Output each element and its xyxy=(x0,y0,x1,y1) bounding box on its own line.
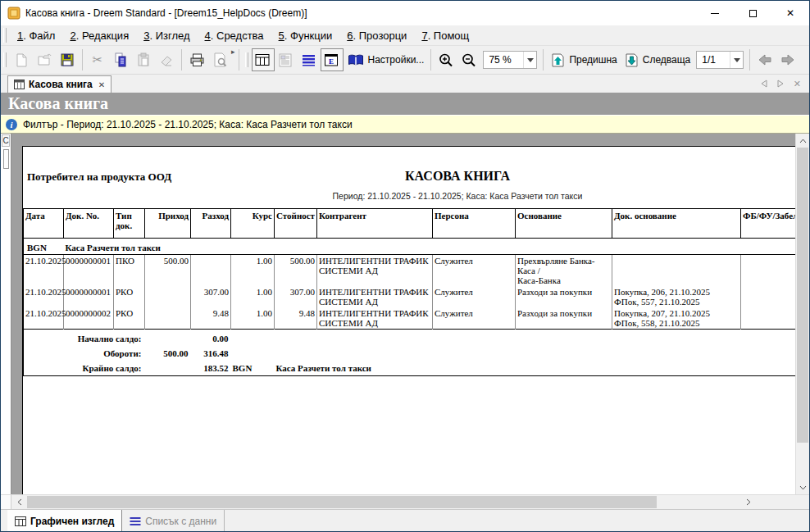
paste-button[interactable] xyxy=(132,48,155,71)
tab-nav-right-icon[interactable] xyxy=(777,80,784,88)
report-cell-line: ИНТЕЛИГЕНТНИ ТРАФИК xyxy=(319,308,430,318)
toolbar-separator xyxy=(239,49,239,70)
page-select[interactable]: 1/1 xyxy=(696,51,744,69)
report-view: C Потребител на продукта ООД КАСОВА КНИГ… xyxy=(1,134,809,494)
collapsed-panel[interactable]: C xyxy=(1,134,11,494)
menu-item-accel: 4 xyxy=(205,30,211,42)
page-viewport[interactable]: Потребител на продукта ООД КАСОВА КНИГА … xyxy=(11,134,795,494)
view-columns-button[interactable] xyxy=(252,48,275,71)
report-group-row: BGNКаса Разчети тол такси xyxy=(24,239,796,255)
toolbar-grip[interactable] xyxy=(3,52,7,67)
scroll-down-icon[interactable] xyxy=(796,480,809,494)
new-button[interactable] xyxy=(10,48,33,71)
zoom-dropdown-icon[interactable] xyxy=(523,52,536,68)
menu-item-1[interactable]: 1. Файл xyxy=(10,27,62,44)
report-summary-cell xyxy=(231,330,275,347)
zoom-in-button[interactable] xyxy=(435,48,457,71)
report-cell-value: 500.00 xyxy=(275,255,317,287)
prev-page-button[interactable]: Предишна xyxy=(547,48,620,71)
minimize-button[interactable] xyxy=(696,1,734,25)
scroll-left-icon[interactable] xyxy=(12,495,26,509)
menu-item-2[interactable]: 2. Редакция xyxy=(62,27,136,44)
toolbar-separator xyxy=(181,49,182,70)
app-window: Касова книга - Dreem Standard - [Dreem15… xyxy=(0,0,810,532)
report-cell-date: 21.10.2025 xyxy=(24,307,64,330)
report-cell-fb xyxy=(741,286,796,307)
close-button[interactable]: ✕ xyxy=(771,1,809,25)
copy-icon xyxy=(113,52,128,67)
forward-button[interactable] xyxy=(776,48,799,71)
zoom-out-button[interactable] xyxy=(457,48,480,71)
report-cell-income: 500.00 xyxy=(145,255,191,287)
cut-icon: ✂ xyxy=(93,52,103,67)
report-cell-line: Разходи за покупки xyxy=(517,308,610,318)
group-cash-name: Каса Разчети тол такси xyxy=(64,239,796,255)
maximize-button[interactable] xyxy=(734,1,771,25)
report-summary-cell: BGN xyxy=(231,361,275,376)
next-page-button[interactable]: Следваща xyxy=(621,48,694,71)
menu-item-5[interactable]: 5. Функции xyxy=(271,27,340,44)
next-page-icon xyxy=(624,52,639,68)
view-article-icon xyxy=(278,53,294,67)
report-cell-income xyxy=(145,307,191,330)
zoom-select[interactable]: 75 % xyxy=(483,51,537,69)
collapsed-panel-label: C xyxy=(2,134,10,147)
back-button[interactable] xyxy=(753,48,776,71)
scroll-right-icon[interactable] xyxy=(741,495,755,509)
report-summary-cell xyxy=(145,361,191,376)
horizontal-scroll-thumb[interactable] xyxy=(27,496,657,508)
tab-close-icon[interactable]: ✕ xyxy=(98,80,105,89)
erase-button[interactable] xyxy=(155,48,178,71)
print-button[interactable] xyxy=(185,48,208,71)
report-cell-line: СИСТЕМИ АД xyxy=(319,297,430,307)
menu-item-6[interactable]: 6. Прозорци xyxy=(339,27,414,44)
banner-title: Касова книга xyxy=(8,94,108,112)
menu-item-7[interactable]: 7. Помощ xyxy=(414,27,476,44)
zoom-out-icon xyxy=(461,52,477,68)
tab-graphic-view[interactable]: Графичен изглед xyxy=(7,510,122,532)
tab-nav-left-icon[interactable] xyxy=(761,80,767,88)
menu-item-3[interactable]: 3. Изглед xyxy=(136,27,197,44)
report-column-header: Курс xyxy=(231,209,275,239)
menu-item-label: . Помощ xyxy=(428,30,470,42)
save-button[interactable] xyxy=(56,48,79,71)
view-rows-button[interactable] xyxy=(298,48,321,71)
toolbar-grip[interactable] xyxy=(245,52,248,67)
report-column-header: Дата xyxy=(24,209,64,239)
page-dropdown-icon[interactable] xyxy=(730,52,743,68)
toolbar-separator xyxy=(82,49,83,70)
settings-button[interactable]: Настройки... xyxy=(344,48,428,71)
view-article-button[interactable] xyxy=(275,48,298,71)
report-cell-basis: Разходи за покупки xyxy=(516,307,612,330)
toolbar-overflow-icon[interactable]: ▸ xyxy=(231,48,235,56)
cut-button[interactable]: ✂ xyxy=(86,48,109,71)
copy-button[interactable] xyxy=(109,48,132,71)
menu-grip[interactable] xyxy=(3,28,7,43)
report-summary-cell: Начално салдо: xyxy=(24,330,145,347)
report-column-header: Основание xyxy=(516,209,612,239)
menu-item-accel: 6 xyxy=(347,30,353,42)
panel-resize-corner[interactable] xyxy=(1,495,11,509)
report-summary-cell: Крайно салдо: xyxy=(24,361,145,376)
scroll-up-icon[interactable] xyxy=(796,134,809,148)
report-column-header: Док. основание xyxy=(612,209,741,239)
view-tabs: Графичен изглед Списък с данни xyxy=(1,509,809,532)
report-cell-contragent: ИНТЕЛИГЕНТНИ ТРАФИКСИСТЕМИ АД xyxy=(317,286,433,307)
report-column-header: Стойност xyxy=(275,209,317,239)
tab-kasova-kniga[interactable]: Касова книга ✕ xyxy=(7,75,111,93)
report-cell-basis: Разходи за покупки xyxy=(516,286,612,307)
menu-item-accel: 7 xyxy=(421,30,427,42)
open-button[interactable] xyxy=(33,48,56,71)
vertical-scrollbar[interactable] xyxy=(795,134,809,494)
tab-close-all-icon[interactable]: ✕ xyxy=(794,79,801,89)
collapsed-panel-thumb[interactable] xyxy=(3,149,9,169)
vertical-scroll-thumb[interactable] xyxy=(797,148,808,443)
report-cell-line: ФПок, 557, 21.10.2025 xyxy=(614,297,739,307)
menu-item-label: . Прозорци xyxy=(353,30,407,42)
horizontal-scrollbar[interactable] xyxy=(1,494,809,509)
menu-item-4[interactable]: 4. Средства xyxy=(198,27,271,44)
view-form-button[interactable]: E xyxy=(321,48,344,71)
print-preview-button[interactable] xyxy=(208,48,231,71)
tab-data-list[interactable]: Списък с данни xyxy=(122,510,225,532)
report-cell-person: Служител xyxy=(433,307,516,330)
